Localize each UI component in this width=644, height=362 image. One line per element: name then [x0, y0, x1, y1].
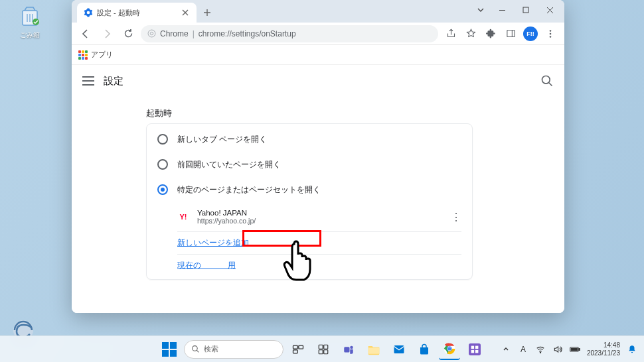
svg-rect-22 [394, 345, 404, 353]
search-icon [191, 345, 200, 353]
svg-rect-14 [293, 349, 298, 353]
svg-point-11 [193, 346, 198, 351]
volume-icon[interactable] [552, 344, 563, 355]
clock[interactable]: 14:48 2023/11/23 [587, 341, 620, 357]
extensions-icon[interactable] [482, 25, 499, 42]
radio-icon [157, 159, 168, 170]
radio-icon [157, 184, 168, 195]
bookmark-star-icon[interactable] [462, 25, 479, 42]
startup-page-row: Y! Yahoo! JAPAN https://yahoo.co.jp/ ⋮ [147, 202, 472, 231]
chrome-icon [147, 29, 156, 38]
search-icon[interactable] [540, 74, 554, 88]
svg-point-26 [448, 347, 451, 350]
svg-rect-16 [324, 345, 328, 349]
svg-rect-30 [471, 349, 475, 353]
section-title: 起動時 [146, 107, 564, 119]
page-name: Yahoo! JAPAN [197, 209, 256, 217]
tab-close-icon[interactable] [181, 8, 190, 17]
recycle-bin-label: ごみ箱 [13, 30, 46, 40]
radio-new-tab[interactable]: 新しいタブ ページを開く [147, 127, 472, 152]
radio-label-continue: 前回開いていたページを開く [177, 159, 281, 170]
close-button[interactable] [538, 1, 562, 19]
omnibox-url: chrome://settings/onStartup [199, 29, 296, 38]
chrome-window: 設定 - 起動時 Chrome | chrome://settings/onSt… [72, 0, 564, 313]
side-panel-icon[interactable] [502, 25, 519, 42]
address-bar: Chrome | chrome://settings/onStartup F!! [72, 23, 564, 45]
tray-chevron-icon[interactable] [501, 344, 511, 355]
recycle-bin[interactable]: ごみ箱 [13, 4, 46, 40]
clock-date: 2023/11/23 [587, 349, 620, 357]
taskbar-right: A 14:48 2023/11/23 [501, 341, 644, 357]
svg-point-8 [550, 32, 552, 34]
apps-grid-icon [78, 50, 88, 60]
svg-rect-29 [475, 345, 479, 349]
notifications-icon[interactable] [627, 344, 637, 355]
back-button[interactable] [77, 25, 94, 42]
start-button[interactable] [159, 339, 180, 360]
svg-rect-31 [475, 349, 479, 353]
maximize-button[interactable] [514, 1, 538, 19]
address-actions: F!! [442, 25, 559, 42]
svg-point-10 [542, 76, 550, 84]
svg-point-5 [150, 32, 153, 34]
apps-shortcut[interactable]: アプリ [78, 50, 113, 60]
svg-rect-15 [319, 345, 323, 349]
chrome-taskbar-icon[interactable] [439, 339, 460, 360]
menu-hamburger-icon[interactable] [82, 76, 94, 86]
svg-rect-12 [293, 345, 298, 349]
windows-logo-icon [162, 342, 177, 357]
use-current-row: 現在の 用 [147, 255, 472, 276]
recycle-bin-icon [18, 4, 42, 28]
settings-header: 設定 [72, 65, 564, 97]
svg-rect-28 [471, 345, 475, 349]
svg-rect-6 [507, 30, 514, 37]
widgets-icon[interactable] [313, 339, 334, 360]
row-more-icon[interactable]: ⋮ [451, 211, 461, 223]
svg-rect-21 [368, 347, 380, 353]
taskbar-center: 検索 [159, 339, 485, 360]
share-icon[interactable] [442, 25, 459, 42]
taskbar-search[interactable]: 検索 [184, 340, 283, 359]
new-tab-button[interactable] [199, 5, 215, 21]
bookmarks-bar: アプリ [72, 45, 564, 65]
tab-dropdown-icon[interactable] [471, 1, 490, 19]
radio-specific[interactable]: 特定のページまたはページセットを開く [147, 177, 472, 202]
radio-label-specific: 特定のページまたはページセットを開く [177, 184, 321, 196]
app-icon[interactable] [464, 339, 485, 360]
titlebar: 設定 - 起動時 [72, 0, 564, 23]
svg-point-32 [540, 352, 540, 353]
svg-rect-35 [571, 348, 577, 350]
omnibox[interactable]: Chrome | chrome://settings/onStartup [141, 25, 438, 42]
svg-rect-19 [344, 347, 349, 352]
page-title: 設定 [104, 75, 123, 88]
taskbar: 検索 A 14:48 2023/11/23 [0, 335, 644, 362]
svg-point-9 [550, 36, 552, 38]
forward-button[interactable] [98, 25, 116, 42]
battery-icon[interactable] [570, 344, 580, 355]
reload-button[interactable] [120, 25, 137, 42]
task-view-icon[interactable] [287, 339, 309, 360]
mail-icon[interactable] [388, 339, 410, 360]
explorer-icon[interactable] [363, 339, 384, 360]
store-icon[interactable] [414, 339, 435, 360]
add-page-row: 新しいページを追加 [147, 232, 472, 254]
teams-icon[interactable] [338, 339, 359, 360]
search-placeholder: 検索 [204, 344, 218, 354]
clock-time: 14:48 [587, 341, 620, 349]
svg-rect-3 [523, 7, 528, 13]
svg-rect-27 [469, 343, 481, 355]
minimize-button[interactable] [490, 1, 514, 19]
radio-continue[interactable]: 前回開いていたページを開く [147, 152, 472, 177]
add-page-link[interactable]: 新しいページを追加 [177, 238, 249, 247]
settings-content: 設定 起動時 新しいタブ ページを開く 前回開いていたページを開く 特定のページ… [72, 65, 564, 313]
ime-indicator[interactable]: A [518, 344, 528, 355]
svg-rect-18 [324, 349, 328, 353]
menu-icon[interactable] [542, 25, 559, 42]
radio-icon [157, 134, 168, 145]
wifi-icon[interactable] [535, 344, 546, 355]
svg-rect-34 [579, 348, 580, 350]
browser-tab[interactable]: 設定 - 起動時 [77, 3, 197, 23]
svg-point-20 [350, 345, 353, 349]
use-current-link[interactable]: 現在の 用 [177, 261, 236, 270]
profile-avatar[interactable]: F!! [522, 25, 539, 42]
